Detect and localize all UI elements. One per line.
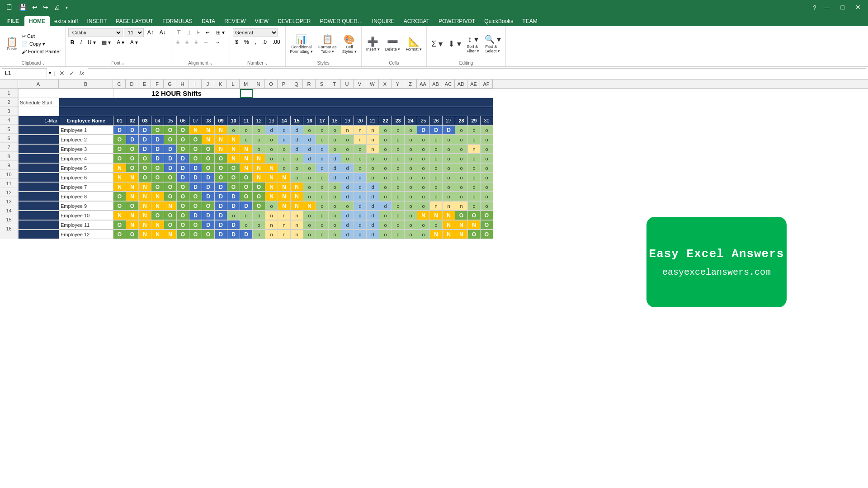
tab-home[interactable]: HOME — [24, 16, 50, 26]
cell-shift-r16-c9[interactable]: D — [215, 230, 227, 239]
cell-shift-r7-c15[interactable]: d — [291, 145, 303, 154]
cell-shift-r9-c6[interactable]: D — [177, 164, 189, 173]
cell-shift-r10-c30[interactable]: o — [481, 173, 493, 182]
cell-shift-r9-c21[interactable]: o — [367, 164, 379, 173]
cut-btn[interactable]: ✂ Cut — [20, 33, 62, 40]
cell-shift-r13-c2[interactable]: O — [126, 202, 139, 211]
cell-08[interactable]: 08 — [202, 116, 215, 125]
cell-shift-r12-c3[interactable]: N — [139, 192, 151, 201]
cell-shift-r16-c3[interactable]: N — [139, 230, 151, 239]
cell-shift-r9-c4[interactable]: O — [151, 164, 164, 173]
cell-shift-r13-c6[interactable]: O — [177, 202, 189, 211]
cell-shift-r14-c11[interactable]: o — [240, 211, 253, 220]
cell-shift-r10-c21[interactable]: o — [367, 173, 379, 182]
decrease-font-btn[interactable]: A↓ — [157, 28, 168, 37]
cell-name-8[interactable]: Employee 4 — [59, 154, 113, 163]
underline-btn[interactable]: U ▾ — [85, 38, 98, 47]
cell-shift-r7-c24[interactable]: o — [405, 145, 417, 154]
cell-shift-r10-c10[interactable]: O — [227, 173, 240, 182]
cell-shift-r9-c3[interactable]: O — [139, 164, 151, 173]
cell-shift-r11-c20[interactable]: d — [354, 183, 367, 192]
cell-23[interactable]: 23 — [392, 116, 405, 125]
cell-shift-r7-c22[interactable]: o — [379, 145, 392, 154]
cell-shift-r15-c18[interactable]: o — [329, 221, 341, 230]
cell-shift-r10-c18[interactable]: d — [329, 173, 341, 182]
cell-shift-r16-c7[interactable]: O — [189, 230, 202, 239]
cell-shift-r6-c30[interactable]: o — [481, 135, 493, 144]
cell-shift-r6-c27[interactable]: o — [443, 135, 455, 144]
cell-shift-r13-c11[interactable]: D — [240, 202, 253, 211]
cell-shift-r12-c21[interactable]: d — [367, 192, 379, 201]
cell-04[interactable]: 04 — [151, 116, 164, 125]
cell-shift-r11-c8[interactable]: D — [202, 183, 215, 192]
row-num-3[interactable]: 3 — [0, 107, 18, 116]
cell-shift-r8-c21[interactable]: o — [367, 154, 379, 163]
cell-14[interactable]: 14 — [278, 116, 291, 125]
cell-shift-r6-c15[interactable]: d — [291, 135, 303, 144]
cell-shift-r15-c20[interactable]: d — [354, 221, 367, 230]
cell-10[interactable]: 10 — [227, 116, 240, 125]
cell-shift-r7-c21[interactable]: n — [367, 145, 379, 154]
cell-shift-r15-c13[interactable]: n — [265, 221, 278, 230]
help-icon[interactable]: ? — [813, 4, 816, 11]
dec-increase-btn[interactable]: .0 — [260, 38, 269, 47]
align-bottom-btn[interactable]: ⊦ — [195, 28, 202, 37]
cell-shift-r6-c6[interactable]: O — [177, 135, 189, 144]
cell-shift-r10-c12[interactable]: N — [253, 173, 265, 182]
cell-shift-r15-c26[interactable]: o — [430, 221, 443, 230]
cell-shift-r14-c3[interactable]: N — [139, 211, 151, 220]
cell-shift-r16-c19[interactable]: d — [341, 230, 354, 239]
cell-shift-r7-c25[interactable]: o — [417, 145, 430, 154]
cell-shift-r6-c22[interactable]: o — [379, 135, 392, 144]
cell-shift-r15-c5[interactable]: O — [164, 221, 177, 230]
cell-name-7[interactable]: Employee 3 — [59, 145, 113, 154]
cell-shift-r10-c13[interactable]: N — [265, 173, 278, 182]
cell-shift-r8-c2[interactable]: O — [126, 154, 139, 163]
align-left-btn[interactable]: ≡ — [174, 38, 182, 47]
cell-shift-r16-c8[interactable]: O — [202, 230, 215, 239]
cell-shift-r16-c10[interactable]: D — [227, 230, 240, 239]
col-header-ae[interactable]: AE — [467, 80, 480, 88]
number-expand[interactable]: ⌄ — [264, 61, 268, 66]
cell-shift-r5-c25[interactable]: D — [417, 126, 430, 135]
tab-power-query[interactable]: POWER QUER… — [316, 16, 368, 26]
cell-shift-r6-c24[interactable]: o — [405, 135, 417, 144]
cell-17[interactable]: 17 — [316, 116, 329, 125]
cell-06[interactable]: 06 — [177, 116, 189, 125]
tab-data[interactable]: DATA — [197, 16, 220, 26]
col-header-q[interactable]: Q — [290, 80, 303, 88]
cell-27[interactable]: 27 — [443, 116, 455, 125]
cell-shift-r16-c22[interactable]: o — [379, 230, 392, 239]
decrease-indent-btn[interactable]: ← — [201, 38, 211, 47]
cell-shift-r12-c13[interactable]: N — [265, 192, 278, 201]
cell-shift-r5-c26[interactable]: D — [430, 126, 443, 135]
cell-shift-r5-c21[interactable]: n — [367, 126, 379, 135]
cell-09[interactable]: 09 — [215, 116, 227, 125]
col-header-h[interactable]: H — [176, 80, 189, 88]
col-header-x[interactable]: X — [379, 80, 392, 88]
cell-shift-r15-c7[interactable]: O — [189, 221, 202, 230]
cell-shift-r13-c23[interactable]: o — [392, 202, 405, 211]
wrap-text-btn[interactable]: ↵ — [203, 28, 212, 37]
cell-shift-r12-c20[interactable]: d — [354, 192, 367, 201]
cell-24[interactable]: 24 — [405, 116, 417, 125]
cell-shift-r9-c30[interactable]: o — [481, 164, 493, 173]
cell-a15[interactable] — [19, 221, 59, 230]
row-num-15[interactable]: 15 — [0, 215, 18, 224]
cell-name-11[interactable]: Employee 7 — [59, 183, 113, 192]
cell-shift-r14-c9[interactable]: D — [215, 211, 227, 220]
col-header-l[interactable]: L — [227, 80, 240, 88]
cell-21[interactable]: 21 — [367, 116, 379, 125]
insert-btn[interactable]: ➕ Insert ▾ — [364, 35, 382, 52]
cell-shift-r16-c16[interactable]: o — [303, 230, 316, 239]
cell-shift-r14-c1[interactable]: N — [113, 211, 126, 220]
row-num-8[interactable]: 8 — [0, 152, 18, 161]
quick-access-toolbar[interactable]: 🗒 💾 ↩ ↪ 🖨 ▾ — [4, 2, 70, 13]
cell-shift-r7-c2[interactable]: O — [126, 145, 139, 154]
cell-shift-r14-c30[interactable]: O — [481, 211, 493, 220]
cell-shift-r12-c28[interactable]: o — [455, 192, 468, 201]
cell-shift-r6-c18[interactable]: o — [329, 135, 341, 144]
cell-shift-r10-c23[interactable]: o — [392, 173, 405, 182]
cell-shift-r15-c16[interactable]: o — [303, 221, 316, 230]
cell-shift-r5-c9[interactable]: N — [215, 126, 227, 135]
